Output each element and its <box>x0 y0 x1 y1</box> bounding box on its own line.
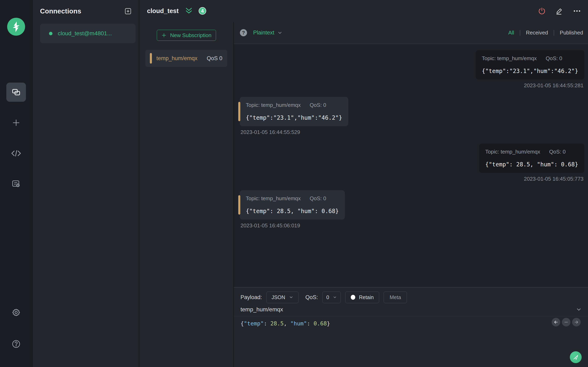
plus-square-icon <box>124 7 132 15</box>
message-topic: Topic: temp_hum/emqx <box>485 149 540 155</box>
rail-item-settings[interactable] <box>6 303 26 322</box>
payload-format-value: JSON <box>272 294 285 300</box>
main-region: cloud_test 4 <box>139 0 588 367</box>
message-published: Topic: temp_hum/emqxQoS: 0{"temp":"23.1"… <box>240 50 584 89</box>
retain-toggle[interactable]: Retain <box>345 292 379 303</box>
icon-rail <box>0 0 33 367</box>
payload-editor-line[interactable]: {"temp": 28.5, "hum": 0.68} <box>241 320 588 327</box>
qos-select[interactable]: 0 <box>322 292 341 303</box>
retain-indicator <box>351 295 355 300</box>
connections-title: Connections <box>40 7 81 15</box>
new-subscription-button[interactable]: New Subscription <box>157 30 216 41</box>
connections-panel: Connections cloud_test@m4801... <box>33 0 139 367</box>
message-region: ? Plaintext AllReceivedPublished Topic: … <box>234 22 588 367</box>
double-chevron-down-icon <box>185 7 193 15</box>
connection-status-dot <box>49 32 52 35</box>
paper-plane-icon <box>573 354 579 360</box>
filter-all[interactable]: All <box>508 30 515 36</box>
message-qos: QoS: 0 <box>310 102 326 108</box>
message-card[interactable]: Topic: temp_hum/emqxQoS: 0{"temp": 28.5,… <box>240 190 345 220</box>
connection-list-item[interactable]: cloud_test@m4801... <box>40 24 136 43</box>
qos-value: 0 <box>326 294 329 300</box>
message-received: Topic: temp_hum/emqxQoS: 0{"temp": 28.5,… <box>240 190 584 229</box>
connection-header: cloud_test 4 <box>139 0 588 22</box>
message-qos: QoS: 0 <box>549 149 566 155</box>
filter-separator <box>554 30 554 36</box>
subscription-item[interactable]: temp_hum/emqx QoS 0 <box>145 50 227 67</box>
message-filters: AllReceivedPublished <box>508 30 584 36</box>
message-count-badge[interactable]: 4 <box>199 7 206 15</box>
filter-separator <box>520 30 520 36</box>
message-format-select[interactable]: Plaintext <box>253 30 283 36</box>
power-icon <box>538 7 546 15</box>
history-next-button[interactable] <box>572 318 581 326</box>
history-prev-button[interactable] <box>552 318 560 326</box>
send-button[interactable] <box>570 351 582 363</box>
message-meta: Topic: temp_hum/emqxQoS: 0 <box>246 195 339 202</box>
message-timestamp: 2023-01-05 16:44:55:281 <box>523 82 584 89</box>
payload-editor[interactable]: {"temp": 28.5, "hum": 0.68} <box>234 316 588 367</box>
rail-item-script[interactable] <box>6 144 26 163</box>
filter-received[interactable]: Received <box>526 30 548 36</box>
edit-connection-button[interactable] <box>555 7 563 15</box>
history-clear-button[interactable] <box>562 318 571 326</box>
qos-label: QoS: <box>305 294 318 300</box>
workspace: New Subscription temp_hum/emqx QoS 0 ? P… <box>139 22 588 367</box>
retain-label: Retain <box>359 294 374 300</box>
history-nav <box>552 318 581 326</box>
rail-item-help[interactable] <box>6 334 26 354</box>
code-icon <box>11 149 21 158</box>
minus-icon <box>564 320 569 325</box>
publish-topic-input[interactable]: temp_hum/emqx <box>241 306 576 313</box>
publish-topic-row: temp_hum/emqx <box>234 303 588 316</box>
chevron-down-icon <box>277 30 283 35</box>
publish-controls: Payload: JSON QoS: 0 <box>234 287 588 303</box>
message-timestamp: 2023-01-05 16:45:05:773 <box>523 176 584 182</box>
message-meta: Topic: temp_hum/emqxQoS: 0 <box>246 102 342 108</box>
payload-format-help-icon[interactable]: ? <box>240 29 247 36</box>
rail-item-connections[interactable] <box>6 83 26 102</box>
disconnect-button[interactable] <box>538 7 546 15</box>
message-card[interactable]: Topic: temp_hum/emqxQoS: 0{"temp": 28.5,… <box>479 143 584 173</box>
rail-item-log[interactable] <box>6 174 26 193</box>
header-actions <box>538 7 581 15</box>
plus-icon <box>11 118 21 127</box>
add-connection-button[interactable] <box>124 7 132 15</box>
message-card[interactable]: Topic: temp_hum/emqxQoS: 0{"temp":"23.1"… <box>476 50 584 80</box>
meta-button[interactable]: Meta <box>384 292 407 303</box>
message-payload: {"temp": 28.5, "hum": 0.68} <box>246 208 339 215</box>
message-list[interactable]: Topic: temp_hum/emqxQoS: 0{"temp":"23.1"… <box>234 44 588 287</box>
message-payload: {"temp":"23.1","hum":"46.2"} <box>482 68 578 75</box>
chevron-down-icon <box>289 295 293 300</box>
publish-panel: Payload: JSON QoS: 0 <box>234 287 588 367</box>
arrow-left-icon <box>553 320 558 325</box>
message-qos: QoS: 0 <box>310 195 326 202</box>
more-options-button[interactable] <box>573 7 581 15</box>
message-topic: Topic: temp_hum/emqx <box>482 55 537 62</box>
message-toolbar: ? Plaintext AllReceivedPublished <box>234 22 588 44</box>
mqttx-logo[interactable] <box>7 18 25 36</box>
message-timestamp: 2023-01-05 16:44:55:529 <box>240 129 301 135</box>
message-published: Topic: temp_hum/emqxQoS: 0{"temp": 28.5,… <box>240 143 584 182</box>
collapse-panel-button[interactable] <box>185 7 193 15</box>
ellipsis-icon <box>573 7 581 15</box>
gear-icon <box>12 308 21 317</box>
log-icon <box>11 179 21 189</box>
help-icon <box>11 339 21 349</box>
subscription-color-bar <box>150 53 152 64</box>
message-meta: Topic: temp_hum/emqxQoS: 0 <box>482 55 578 62</box>
payload-format-select[interactable]: JSON <box>267 292 298 303</box>
message-card[interactable]: Topic: temp_hum/emqxQoS: 0{"temp":"23.1"… <box>240 97 348 126</box>
filter-published[interactable]: Published <box>559 30 584 36</box>
message-meta: Topic: temp_hum/emqxQoS: 0 <box>485 149 578 155</box>
message-payload: {"temp": 28.5, "hum": 0.68} <box>485 161 578 168</box>
arrow-right-icon <box>574 320 579 325</box>
message-topic: Topic: temp_hum/emqx <box>246 102 301 108</box>
meta-label: Meta <box>389 294 401 300</box>
plus-icon <box>161 33 167 38</box>
rail-item-new-connection[interactable] <box>6 113 26 132</box>
message-topic: Topic: temp_hum/emqx <box>246 195 301 202</box>
subscriptions-column: New Subscription temp_hum/emqx QoS 0 <box>139 22 234 367</box>
message-received: Topic: temp_hum/emqxQoS: 0{"temp":"23.1"… <box>240 97 584 135</box>
collapse-editor-chevron-icon[interactable] <box>576 307 582 313</box>
